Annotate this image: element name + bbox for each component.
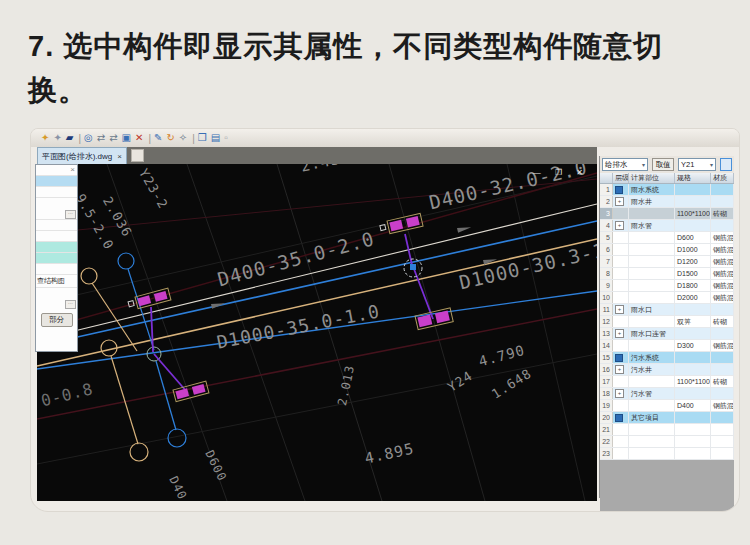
part-cell: [629, 256, 675, 267]
left-panel-row[interactable]: [36, 263, 77, 274]
left-panel-more-button[interactable]: ⋯: [65, 300, 76, 309]
layers-icon[interactable]: ▰: [66, 133, 74, 143]
new-tab-button[interactable]: [131, 149, 144, 162]
page-title-line2: 换。: [28, 68, 728, 112]
part-cell: [629, 232, 675, 243]
row-number-cell: 20: [600, 412, 613, 423]
left-panel-row[interactable]: [36, 219, 77, 230]
structure-view-link[interactable]: 查结构图: [36, 274, 77, 287]
favorite-icon[interactable]: ✦: [41, 133, 49, 143]
blank-icon[interactable]: ▫: [224, 133, 228, 143]
main-toolbar: ✦✦▰|◎⇄⇄▣✕|✎↻✧|❐▤▫: [31, 129, 740, 147]
part-cell: [629, 292, 675, 303]
separator: |: [78, 133, 81, 144]
left-panel-row-selected[interactable]: [36, 241, 77, 252]
level-cell: [613, 340, 629, 351]
delete-icon[interactable]: ✕: [135, 133, 143, 143]
grid-row[interactable]: 2+雨水井: [600, 196, 734, 208]
grid-row[interactable]: 1雨水系统: [600, 184, 734, 196]
fetch-value-button[interactable]: 取值: [652, 158, 674, 171]
grid-row[interactable]: 14D300钢筋混凝土管: [600, 340, 734, 352]
grid-row[interactable]: 18+污水管: [600, 388, 734, 400]
grid-row[interactable]: 6D1000钢筋混凝土管: [600, 244, 734, 256]
tab-close-icon[interactable]: ×: [117, 152, 122, 161]
grid-row[interactable]: 12双箅砖砌: [600, 316, 734, 328]
tab-plan-drawing[interactable]: 平面图(给排水).dwg ×: [37, 147, 127, 164]
rotate-icon[interactable]: ↻: [166, 133, 174, 143]
expand-icon[interactable]: +: [615, 329, 624, 338]
grid-row[interactable]: 9D1800钢筋混凝土管: [600, 280, 734, 292]
grid-row[interactable]: 23: [600, 448, 734, 460]
row-number-cell: 17: [600, 376, 613, 387]
grid-row[interactable]: 21: [600, 424, 734, 436]
row-number-cell: 9: [600, 280, 613, 291]
grid-row[interactable]: 11+雨水口: [600, 304, 734, 316]
spec-cell: D400: [675, 400, 711, 411]
expand-icon[interactable]: +: [615, 197, 624, 206]
code-select[interactable]: Y21 ▾: [678, 158, 716, 171]
column-row-number: [600, 173, 613, 183]
spec-cell: 1100*1100: [675, 208, 711, 219]
user-icon[interactable]: ✦: [53, 133, 61, 143]
left-panel-dropdown-button[interactable]: ⋯: [65, 210, 76, 219]
level-cell: +: [613, 196, 629, 207]
grid-row[interactable]: 31100*1100砖砌: [600, 208, 734, 220]
expand-icon[interactable]: +: [615, 365, 624, 374]
left-panel-close-icon[interactable]: ×: [36, 165, 77, 175]
column-spec: 规格: [675, 173, 711, 183]
expand-icon[interactable]: +: [615, 305, 624, 314]
grid-row[interactable]: 8D1500钢筋混凝土管: [600, 268, 734, 280]
material-cell: [711, 448, 734, 459]
zoom-icon[interactable]: ◎: [84, 133, 93, 143]
grid-body: 1雨水系统2+雨水井31100*1100砖砌4+雨水管5D600钢筋混凝土管6D…: [600, 184, 734, 460]
grid-row[interactable]: 22: [600, 436, 734, 448]
expand-icon[interactable]: +: [615, 389, 624, 398]
left-panel-row[interactable]: [36, 287, 77, 298]
swap-horizontal-icon[interactable]: ⇄: [109, 133, 117, 143]
material-cell: 钢筋混凝土管: [711, 256, 734, 267]
part-cell: [629, 400, 675, 411]
discipline-select[interactable]: 给排水 ▾: [602, 158, 648, 171]
print-icon[interactable]: ▤: [211, 133, 220, 143]
edit-icon[interactable]: ✎: [154, 133, 162, 143]
spec-cell: [675, 424, 711, 435]
material-cell: [711, 424, 734, 435]
minimize-icon[interactable]: —: [533, 168, 547, 177]
left-panel-row[interactable]: [36, 230, 77, 241]
row-number-cell: 15: [600, 352, 613, 363]
close-icon[interactable]: ✕: [576, 168, 589, 177]
grid-row[interactable]: 171100*1100砖砌: [600, 376, 734, 388]
left-panel-row-selected[interactable]: [36, 252, 77, 263]
grid-row[interactable]: 13+雨水口连管: [600, 328, 734, 340]
tab-label: 平面图(给排水).dwg: [42, 151, 112, 162]
partial-button[interactable]: 部分: [41, 313, 73, 327]
settings-icon[interactable]: ✧: [179, 133, 187, 143]
grid-row[interactable]: 7D1200钢筋混凝土管: [600, 256, 734, 268]
drawing-canvas[interactable]: D400-35.0-2.0D400-32.0-2.0D1000-30.3-1.D…: [37, 164, 597, 501]
clipped-button[interactable]: [720, 158, 732, 171]
part-cell: [629, 316, 675, 327]
grid-row[interactable]: 19D400钢筋混凝土管: [600, 400, 734, 412]
grid-row[interactable]: 20其它项目: [600, 412, 734, 424]
top-level-icon: [615, 414, 623, 422]
row-number-cell: 13: [600, 328, 613, 339]
grid-row[interactable]: 5D600钢筋混凝土管: [600, 232, 734, 244]
level-cell: [613, 316, 629, 327]
grid-row[interactable]: 15污水系统: [600, 352, 734, 364]
row-number-cell: 22: [600, 436, 613, 447]
left-panel-row[interactable]: [36, 186, 77, 197]
spec-cell: [675, 220, 711, 231]
cascade-windows-icon[interactable]: ❐: [198, 133, 207, 143]
left-panel-row[interactable]: [36, 197, 77, 208]
left-panel-row-highlight[interactable]: [36, 175, 77, 186]
level-cell: [613, 244, 629, 255]
maximize-icon[interactable]: ❐: [555, 168, 568, 177]
window-icon[interactable]: ▣: [122, 133, 131, 143]
grid-row[interactable]: 4+雨水管: [600, 220, 734, 232]
expand-icon[interactable]: +: [615, 221, 624, 230]
grid-row[interactable]: 10D2000钢筋混凝土管: [600, 292, 734, 304]
swap-horizontal-icon[interactable]: ⇄: [97, 133, 105, 143]
grid-row[interactable]: 16+污水井: [600, 364, 734, 376]
row-number-cell: 19: [600, 400, 613, 411]
separator: |: [192, 133, 195, 144]
